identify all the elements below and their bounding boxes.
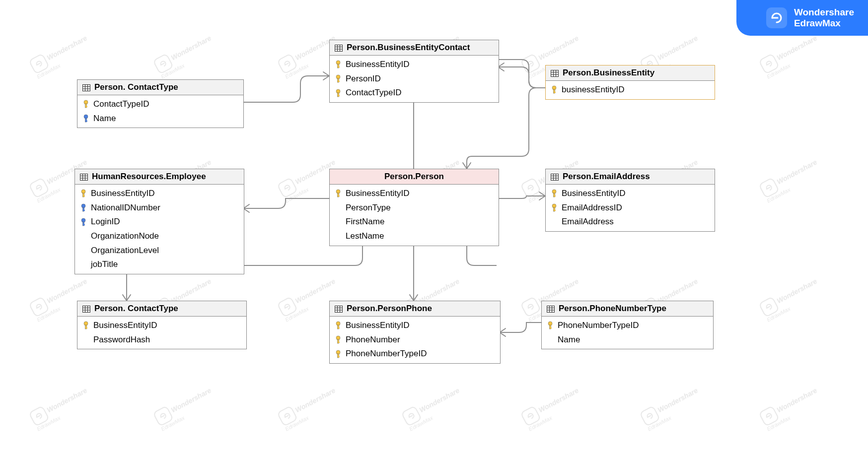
svg-line-23: [528, 64, 531, 65]
entity-contact-type-2[interactable]: Person. ContactType BusinessEntityIDPass…: [77, 301, 247, 349]
entity-contact-type-1[interactable]: Person. ContactType ContactTypeIDName: [77, 79, 244, 128]
svg-rect-60: [554, 92, 556, 93]
column-row: OrganizationLevel: [75, 244, 244, 258]
svg-rect-85: [554, 195, 556, 196]
column-row: PersonType: [330, 201, 499, 215]
entity-business-entity-contact[interactable]: Person.BusinessEntityContact BusinessEnt…: [329, 40, 499, 103]
entity-title: Person.PhoneNumberType: [559, 304, 666, 314]
table-icon: [335, 305, 343, 312]
entity-email-address[interactable]: Person.EmailAddress BusinessEntityIDEmai…: [545, 169, 715, 232]
table-icon: [551, 173, 559, 180]
column-row: BusinessEntityID: [546, 187, 715, 201]
column-name: PasswordHash: [93, 334, 150, 346]
svg-rect-77: [338, 195, 340, 196]
column-row: OrganizationNode: [75, 229, 244, 244]
svg-rect-111: [547, 306, 555, 313]
entity-header: Person.BusinessEntity: [546, 65, 715, 81]
watermark-logo-icon: [520, 405, 541, 427]
svg-rect-97: [335, 306, 343, 313]
watermark: WondershareEdrawMax: [758, 155, 823, 204]
svg-rect-53: [551, 70, 559, 77]
column-name: BusinessEntityID: [346, 320, 410, 332]
index-key-icon: [80, 203, 87, 212]
svg-line-11: [285, 307, 288, 308]
watermark-logo-icon: [28, 405, 50, 427]
svg-line-1: [648, 416, 651, 417]
watermark: WondershareEdrawMax: [277, 384, 342, 432]
entity-business-entity[interactable]: Person.BusinessEntity businessEntityID: [545, 65, 715, 100]
watermark-logo-icon: [758, 296, 780, 318]
entity-body: ContactTypeIDName: [77, 95, 243, 128]
svg-line-16: [528, 188, 531, 189]
entity-phone-number-type[interactable]: Person.PhoneNumberType PhoneNumberTypeID…: [541, 301, 714, 349]
entity-body: BusinessEntityIDPhoneNumberPhoneNumberTy…: [330, 317, 500, 363]
svg-rect-118: [550, 327, 552, 328]
entity-employee[interactable]: HumanResources.Employee BusinessEntityID…: [74, 169, 244, 274]
svg-rect-89: [83, 306, 90, 313]
key-spacer: [80, 246, 87, 255]
svg-rect-42: [83, 85, 90, 91]
watermark-logo-icon: [152, 405, 174, 427]
primary-key-icon: [335, 60, 342, 69]
column-row: PhoneNumber: [330, 333, 500, 347]
watermark-logo-icon: [401, 405, 422, 427]
watermark: WondershareEdrawMax: [28, 31, 93, 80]
watermark: WondershareEdrawMax: [152, 31, 217, 80]
entity-header: Person.EmailAddress: [546, 169, 715, 185]
column-row: PhoneNumberTypeID: [542, 319, 713, 333]
column-row: BusinessEntityID: [75, 187, 244, 201]
key-spacer: [80, 260, 87, 269]
primary-key-icon: [551, 203, 558, 212]
svg-line-21: [767, 64, 770, 65]
entity-body: BusinessEntityIDPasswordHash: [77, 317, 246, 349]
column-row: PersonID: [330, 72, 499, 86]
watermark-logo-icon: [277, 405, 298, 427]
svg-line-26: [161, 64, 164, 65]
key-spacer: [335, 218, 342, 227]
index-key-icon: [82, 114, 89, 123]
key-spacer: [547, 335, 554, 344]
primary-key-icon: [80, 189, 87, 198]
column-name: LoginID: [91, 216, 120, 228]
watermark-logo-icon: [639, 405, 660, 427]
brand-line1: Wondershare: [794, 7, 854, 18]
table-icon: [335, 44, 343, 51]
column-name: BusinessEntityID: [93, 320, 157, 332]
column-name: OrganizationNode: [91, 230, 159, 243]
entity-title: Person.PersonPhone: [347, 304, 432, 314]
svg-line-20: [37, 188, 40, 189]
watermark: WondershareEdrawMax: [758, 31, 823, 80]
column-name: PersonID: [346, 73, 381, 85]
entity-header: HumanResources.Employee: [75, 169, 244, 185]
column-name: BusinessEntityID: [562, 188, 626, 200]
column-row: FirstName: [330, 215, 499, 229]
svg-line-2: [528, 416, 531, 417]
entity-person-phone[interactable]: Person.PersonPhone BusinessEntityIDPhone…: [329, 301, 501, 364]
svg-line-9: [528, 307, 531, 308]
column-name: Name: [93, 113, 116, 125]
watermark-logo-icon: [28, 53, 50, 74]
primary-key-icon: [547, 321, 554, 330]
entity-person[interactable]: Person.Person BusinessEntityIDPersonType…: [329, 169, 499, 246]
key-spacer: [335, 203, 342, 212]
watermark: WondershareEdrawMax: [520, 384, 585, 432]
entity-title: Person.EmailAddress: [563, 172, 650, 182]
svg-rect-61: [80, 174, 88, 181]
key-spacer: [551, 218, 558, 227]
svg-line-25: [285, 64, 288, 65]
entity-title: HumanResources.Employee: [92, 172, 206, 182]
brand-line2: EdrawMax: [794, 18, 854, 29]
column-row: BusinessEntityID: [330, 58, 499, 72]
watermark-logo-icon: [28, 296, 50, 318]
key-spacer: [80, 232, 87, 241]
diagram-canvas[interactable]: WondershareEdrawMaxWondershareEdrawMaxWo…: [0, 0, 868, 452]
primary-key-icon: [551, 189, 558, 198]
primary-key-icon: [335, 89, 342, 98]
entity-body: BusinessEntityIDPersonIDContactTypeID: [330, 56, 499, 102]
entity-title: Person.Person: [384, 172, 444, 182]
column-name: businessEntityID: [562, 84, 625, 96]
column-row: jobTitle: [75, 258, 244, 272]
svg-rect-110: [338, 356, 340, 357]
svg-rect-71: [83, 210, 85, 211]
column-name: jobTitle: [91, 258, 118, 271]
